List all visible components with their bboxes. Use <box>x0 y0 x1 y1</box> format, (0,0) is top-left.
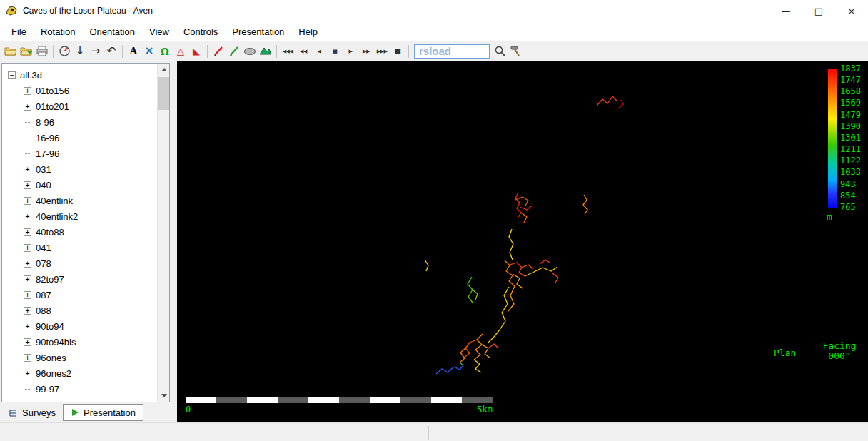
tree-item-031[interactable]: +031 <box>2 161 157 177</box>
expand-icon[interactable]: + <box>24 103 31 111</box>
menu-item-file[interactable]: File <box>4 23 34 41</box>
play-reverse-button[interactable]: ◀ <box>311 43 327 60</box>
exported-points-button[interactable]: ◣ <box>188 43 204 60</box>
tree-item-16-96[interactable]: 16-96 <box>2 130 157 146</box>
pause-button[interactable]: ▮▮ <box>327 43 343 60</box>
expand-icon[interactable]: + <box>24 228 31 236</box>
tree-item-087[interactable]: +087 <box>2 287 157 303</box>
tree-item-99-97[interactable]: 99-97 <box>2 381 157 397</box>
depth-scale-label: 1569 <box>840 98 861 107</box>
step-back-button[interactable]: ◀◀ <box>296 43 311 60</box>
tree-item-40to88[interactable]: +40to88 <box>2 224 157 240</box>
survey-canvas[interactable]: 1837174716581569147913901301121111221033… <box>177 61 868 422</box>
play-button[interactable]: ▶ <box>343 43 358 60</box>
expand-icon[interactable]: + <box>24 166 31 173</box>
tab-surveys[interactable]: Surveys <box>1 404 63 421</box>
menu-item-controls[interactable]: Controls <box>176 23 225 41</box>
toolbar: ↓ → ↶ A × Ω △ ◣ <box>0 41 868 61</box>
expand-icon[interactable]: + <box>24 323 31 330</box>
survey-leg <box>509 229 513 260</box>
expand-icon[interactable]: + <box>24 354 31 362</box>
tree-item-8-96[interactable]: 8-96 <box>2 114 157 130</box>
expand-icon[interactable]: + <box>24 87 31 95</box>
expand-icon[interactable]: + <box>24 275 31 283</box>
scroll-up-button[interactable] <box>158 64 170 76</box>
view-mode-label: Plan <box>774 348 796 358</box>
expand-icon[interactable]: + <box>24 260 31 268</box>
find-station-input[interactable] <box>414 44 490 59</box>
survey-drawing[interactable] <box>177 61 868 422</box>
go-to-end-button[interactable]: ▶▶▶ <box>374 43 390 60</box>
expand-icon[interactable]: + <box>24 197 31 205</box>
print-button[interactable] <box>34 43 50 60</box>
find-station-button[interactable] <box>492 43 508 60</box>
rotation-button[interactable] <box>56 43 72 60</box>
menu-item-rotation[interactable]: Rotation <box>34 23 82 41</box>
tree-item-40entlink[interactable]: +40entlink <box>2 193 157 208</box>
survey-leg <box>436 365 463 374</box>
tree-item-040[interactable]: +040 <box>2 177 157 193</box>
menu-item-presentation[interactable]: Presentation <box>225 23 291 41</box>
tree-item-17-96[interactable]: 17-96 <box>2 146 157 161</box>
tree-item-96ones2[interactable]: +96ones2 <box>2 365 157 381</box>
tree-item-label: 031 <box>36 164 51 175</box>
entrances-button[interactable]: Ω <box>157 43 173 60</box>
tab-presentation[interactable]: Presentation <box>63 404 143 421</box>
surface-legs-button[interactable] <box>226 43 242 60</box>
depth-scale-label: 1122 <box>840 156 861 165</box>
open-terrain-button[interactable] <box>19 43 34 60</box>
compass-readout: Facing 000° <box>815 341 864 361</box>
plan-view-button[interactable]: ↓ <box>72 43 88 60</box>
scroll-down-button[interactable] <box>158 390 170 402</box>
elevation-view-button[interactable]: → <box>88 43 104 60</box>
default-view-button[interactable]: ↶ <box>104 43 119 60</box>
fixed-points-button[interactable]: △ <box>173 43 188 60</box>
terrain-button[interactable] <box>258 43 273 60</box>
tree-item-90to94bis[interactable]: +90to94bis <box>2 334 157 350</box>
depth-scale-gradient <box>828 69 837 208</box>
tree-item-01to201[interactable]: +01to201 <box>2 98 157 114</box>
underground-legs-button[interactable] <box>211 43 226 60</box>
expand-icon[interactable]: + <box>24 244 31 252</box>
tree-scrollbar[interactable] <box>157 64 169 402</box>
tree-connector <box>24 122 31 123</box>
survey-leg <box>500 287 509 330</box>
toolbar-separator <box>207 45 208 58</box>
tree-item-01to156[interactable]: +01to156 <box>2 83 157 98</box>
scroll-down-icon <box>161 394 167 397</box>
tree-item-label: 40entlink2 <box>36 211 78 222</box>
tree-item-40entlink2[interactable]: +40entlink2 <box>2 208 157 224</box>
stop-button[interactable]: ■ <box>390 43 405 60</box>
tree-root[interactable]: − all.3d <box>2 67 157 83</box>
go-to-start-button[interactable]: ◀◀◀ <box>280 43 296 60</box>
close-button[interactable]: × <box>835 0 868 21</box>
hide-found-stations-button[interactable] <box>508 43 523 60</box>
survey-tree: − all.3d +01to156+01to2018-9616-9617-96+… <box>2 64 157 402</box>
menu-item-help[interactable]: Help <box>291 23 325 41</box>
tree-item-088[interactable]: +088 <box>2 303 157 318</box>
open-file-button[interactable] <box>3 43 19 60</box>
tree-item-82to97[interactable]: +82to97 <box>2 271 157 287</box>
survey-leg <box>464 340 477 358</box>
tree-item-041[interactable]: +041 <box>2 240 157 255</box>
tree-item-078[interactable]: +078 <box>2 255 157 271</box>
expand-icon[interactable]: + <box>24 370 31 377</box>
expand-icon[interactable]: + <box>24 307 31 315</box>
menu-item-view[interactable]: View <box>142 23 176 41</box>
menu-item-orientation[interactable]: Orientation <box>82 23 142 41</box>
step-forward-button[interactable]: ▶▶ <box>358 43 374 60</box>
collapse-icon[interactable]: − <box>8 71 16 79</box>
tree-item-96ones[interactable]: +96ones <box>2 350 157 365</box>
expand-icon[interactable]: + <box>24 213 31 220</box>
station-names-button[interactable]: A <box>126 43 141 60</box>
crosses-button[interactable]: × <box>141 43 157 60</box>
expand-icon[interactable]: + <box>24 181 31 189</box>
depth-scale-label: 1658 <box>840 87 861 96</box>
tree-item-90to94[interactable]: +90to94 <box>2 318 157 334</box>
scrollbar-thumb[interactable] <box>158 77 169 110</box>
expand-icon[interactable]: + <box>24 291 31 299</box>
minimize-button[interactable]: — <box>769 0 802 21</box>
expand-icon[interactable]: + <box>24 338 31 346</box>
tubes-button[interactable] <box>242 43 258 60</box>
maximize-button[interactable]: □ <box>802 0 835 21</box>
